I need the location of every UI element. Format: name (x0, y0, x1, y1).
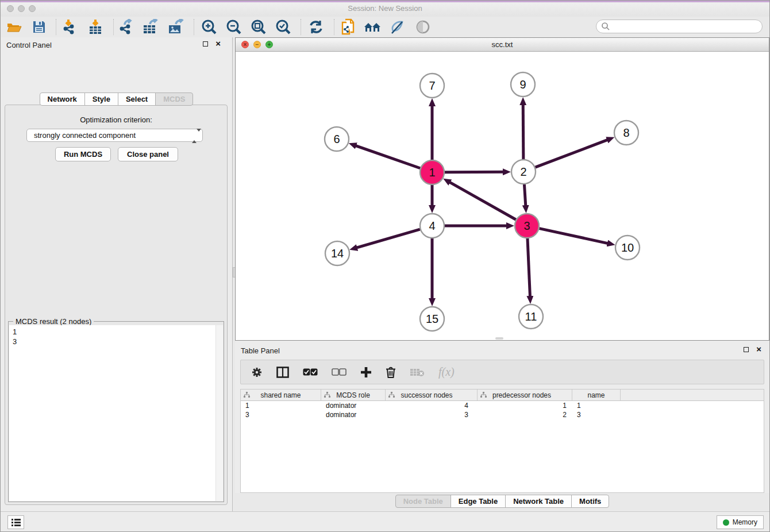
float-panel-icon[interactable] (203, 41, 208, 47)
tab-network[interactable]: Network (40, 92, 85, 106)
network-window-titlebar[interactable]: × − + scc.txt (236, 38, 769, 52)
tab-edge-table[interactable]: Edge Table (451, 495, 506, 508)
table-cell[interactable]: 1 (572, 401, 621, 410)
edge-2-9[interactable] (523, 105, 523, 159)
selected-criterion: strongly connected component (34, 131, 136, 140)
control-panel: Control Panel × NetworkStyleSelectMCDS O… (1, 37, 232, 512)
close-panel-button[interactable]: Close panel (118, 147, 178, 161)
table-panel: Table Panel × f(x) shared nameMCDS roles… (235, 343, 769, 512)
network-view-window: × − + scc.txt 7968124314101511 (235, 37, 769, 341)
add-icon[interactable] (360, 367, 372, 378)
mcds-result-text[interactable]: 1 3 (9, 325, 216, 501)
zoom-fit-icon[interactable] (249, 18, 268, 36)
tab-motifs[interactable]: Motifs (571, 495, 609, 508)
table-cell[interactable]: 3 (386, 410, 478, 419)
edge-1-6[interactable] (356, 146, 420, 168)
zoom-out-icon[interactable] (224, 18, 244, 36)
export-image-icon[interactable] (166, 18, 186, 36)
memory-label: Memory (733, 518, 757, 526)
table-row[interactable]: 3dominator323 (241, 410, 764, 419)
settings-gear-icon[interactable] (251, 367, 263, 378)
network-canvas[interactable]: 7968124314101511 (236, 51, 770, 340)
memory-button[interactable]: Memory (717, 515, 764, 529)
tab-node-table[interactable]: Node Table (395, 495, 451, 508)
select-all-icon[interactable] (303, 368, 318, 376)
duplicate-network-icon[interactable] (338, 18, 358, 36)
import-table-icon[interactable] (86, 18, 105, 36)
column-view-icon[interactable] (276, 367, 289, 378)
import-network-icon[interactable] (60, 18, 79, 36)
edge-4-14[interactable] (357, 229, 420, 248)
run-mcds-button[interactable]: Run MCDS (55, 147, 111, 161)
edge-2-3[interactable] (524, 184, 525, 206)
table-cell[interactable]: 2 (478, 410, 572, 419)
tab-mcds[interactable]: MCDS (155, 92, 193, 106)
search-input[interactable] (596, 20, 763, 33)
deselect-all-icon[interactable] (332, 368, 346, 376)
optimization-criterion-select[interactable]: strongly connected component (26, 129, 203, 142)
node-8[interactable]: 8 (614, 121, 638, 145)
table-cell[interactable]: 3 (572, 410, 621, 419)
table-tab-strip: Node TableEdge TableNetwork TableMotifs (235, 493, 769, 512)
svg-text:11: 11 (525, 310, 537, 323)
network-resize-grip[interactable] (495, 337, 503, 340)
table-tabs: Node TableEdge TableNetwork TableMotifs (235, 495, 769, 508)
node-6[interactable]: 6 (325, 127, 349, 151)
float-table-panel-icon[interactable] (744, 347, 749, 352)
annotation-icon[interactable] (388, 18, 407, 36)
node-4[interactable]: 4 (420, 214, 444, 238)
column-header-shared-name[interactable]: shared name (241, 390, 321, 400)
first-neighbors-icon[interactable] (363, 18, 383, 36)
control-panel-tabs: NetworkStyleSelectMCDS (1, 92, 232, 106)
close-table-panel-icon[interactable]: × (756, 345, 761, 354)
table-cell[interactable]: 3 (241, 410, 321, 419)
table-toolbar: f(x) (240, 360, 764, 384)
table-cell[interactable]: dominator (321, 401, 386, 410)
tab-network-table[interactable]: Network Table (505, 495, 572, 508)
task-history-button[interactable] (7, 515, 24, 529)
list-icon (11, 518, 21, 526)
tab-style[interactable]: Style (84, 92, 118, 106)
column-header-name[interactable]: name (572, 390, 621, 400)
edge-3-10[interactable] (539, 229, 607, 244)
node-2[interactable]: 2 (511, 160, 536, 184)
table-cell[interactable]: 4 (386, 401, 478, 410)
column-header-predecessor-nodes[interactable]: predecessor nodes (478, 390, 572, 400)
node-10[interactable]: 10 (615, 236, 640, 260)
export-table-icon[interactable] (141, 18, 160, 36)
node-1[interactable]: 1 (420, 160, 444, 184)
node-3[interactable]: 3 (515, 214, 539, 238)
edge-2-8[interactable] (536, 140, 608, 167)
table-cell[interactable]: dominator (321, 410, 386, 419)
table-cell[interactable]: 1 (478, 401, 572, 410)
edge-3-11[interactable] (528, 238, 530, 296)
node-14[interactable]: 14 (325, 241, 349, 265)
open-file-icon[interactable] (5, 18, 24, 36)
save-session-icon[interactable] (29, 18, 49, 36)
delete-icon[interactable] (386, 367, 396, 378)
apply-layout-icon[interactable] (306, 18, 326, 36)
node-15[interactable]: 15 (420, 307, 444, 331)
edge-3-1[interactable] (449, 182, 515, 219)
table-body: 1dominator4113dominator323 (241, 401, 764, 419)
result-scrollbar[interactable] (215, 325, 223, 501)
column-header-MCDS-role[interactable]: MCDS role (321, 390, 386, 400)
svg-text:8: 8 (623, 126, 629, 139)
window-title: Session: New Session (1, 4, 769, 13)
node-7[interactable]: 7 (420, 74, 444, 98)
svg-text:15: 15 (426, 313, 438, 325)
table-row[interactable]: 1dominator411 (241, 401, 764, 410)
show-hide-icon[interactable] (413, 18, 433, 36)
zoom-selected-icon[interactable] (274, 18, 293, 36)
table-cell[interactable]: 1 (241, 401, 321, 410)
edge-1-2[interactable] (445, 172, 503, 172)
tab-select[interactable]: Select (118, 92, 156, 106)
node-11[interactable]: 11 (519, 304, 543, 329)
close-panel-icon[interactable]: × (215, 39, 221, 48)
zoom-in-icon[interactable] (199, 18, 219, 36)
node-9[interactable]: 9 (511, 72, 535, 97)
node-table[interactable]: shared nameMCDS rolesuccessor nodesprede… (240, 389, 764, 493)
column-header-successor-nodes[interactable]: successor nodes (386, 390, 478, 400)
export-network-icon[interactable] (116, 18, 136, 36)
mcds-result-title: MCDS result (2 nodes) (13, 317, 94, 326)
